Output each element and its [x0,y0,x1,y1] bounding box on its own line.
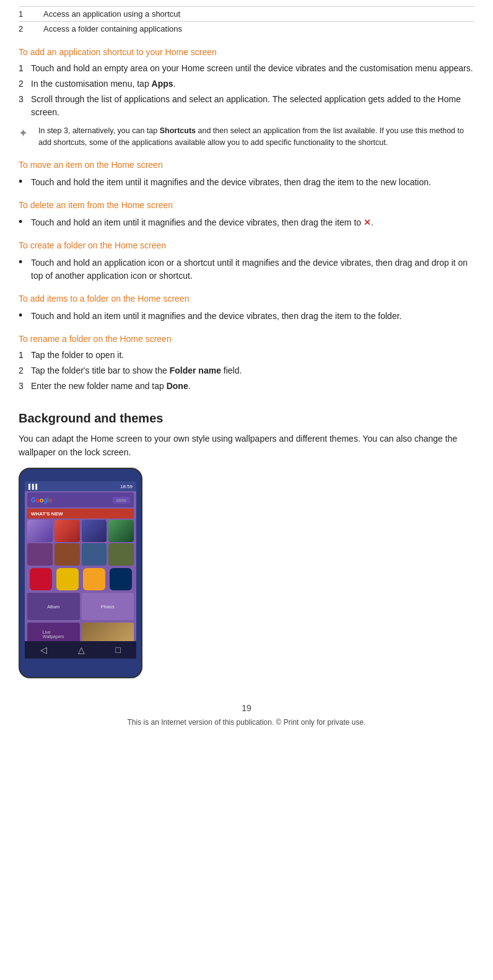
whats-new-text: WHAT'S NEW [31,511,63,517]
phone-status-bar: ▌▌▌ 18:59 [25,481,136,491]
bottom-app-3 [83,568,105,590]
album-row: Album Photos [27,593,134,620]
app-icon-1 [27,520,53,542]
rename-step-2-text: Tap the folder's title bar to show the F… [31,364,242,377]
add-shortcut-step-1: 1 Touch and hold an empty area on your H… [19,62,474,75]
move-item-heading: To move an item on the Home screen [19,160,474,170]
rename-step-1-text: Tap the folder to open it. [31,349,124,362]
rename-step-2: 2 Tap the folder's title bar to show the… [19,364,474,377]
step-3-text: Scroll through the list of applications … [31,93,474,119]
delete-item-bullet-dot: • [19,216,31,227]
phone-google-bar: Google slide [27,492,134,507]
create-folder-bullet-dot: • [19,256,31,268]
move-item-bullet-text: Touch and hold the item until it magnifi… [31,176,431,189]
step-2-num: 2 [19,79,31,89]
whats-new-bar: WHAT'S NEW [27,509,134,518]
move-item-bullet-dot: • [19,176,31,187]
page-number: 19 [19,703,474,713]
app-icon-4 [108,520,134,542]
create-folder-heading: To create a folder on the Home screen [19,240,474,250]
table-row-1-num: 1 [19,9,43,19]
status-signal: ▌▌▌ [28,484,39,489]
phone-nav-bar: ◁ △ □ [25,641,136,658]
google-logo: Google [31,497,52,504]
move-item-bullet: • Touch and hold the item until it magni… [19,175,474,189]
add-items-bullet-text: Touch and hold an item until it magnifie… [31,310,401,323]
bg-themes-intro: You can adapt the Home screen to your ow… [19,432,474,460]
create-folder-bullet: • Touch and hold an application icon or … [19,255,474,282]
app-icon-6 [55,543,80,566]
step-2-text: In the customisation menu, tap Apps. [31,77,175,90]
album-cell-1: Album [27,593,80,620]
bottom-app-4 [110,568,132,590]
page-footer: 19 This is an Internet version of this p… [19,703,474,733]
table-row-2: 2 Access a folder containing application… [19,21,474,36]
app-grid-row1 [27,520,134,542]
tip-text: In step 3, alternatively, you can tap Sh… [38,125,474,149]
table-row-1: 1 Access an application using a shortcut [19,6,474,21]
rename-folder-heading: To rename a folder on the Home screen [19,334,474,344]
bottom-app-2 [56,568,79,590]
rename-step-3-text: Enter the new folder name and tap Done. [31,380,191,393]
create-folder-bullet-text: Touch and hold an application icon or a … [31,256,474,282]
add-shortcut-step-2: 2 In the customisation menu, tap Apps. [19,77,474,90]
nav-home: △ [78,645,85,655]
app-grid-row2 [27,543,134,566]
rename-step-3: 3 Enter the new folder name and tap Done… [19,380,474,393]
step-1-text: Touch and hold an empty area on your Hom… [31,62,473,75]
delete-item-heading: To delete an item from the Home screen [19,200,474,210]
app-icon-2 [55,520,80,542]
nav-recent: □ [116,645,121,655]
rename-step-1-num: 1 [19,350,31,360]
table-row-1-text: Access an application using a shortcut [43,9,180,19]
app-icon-7 [82,543,107,566]
side-label: slide [113,497,130,504]
bottom-apps [27,568,134,590]
step-3-num: 3 [19,94,31,104]
add-shortcut-step-3: 3 Scroll through the list of application… [19,93,474,119]
add-shortcut-heading: To add an application shortcut to your H… [19,47,474,57]
tip-icon: ✦ [19,126,33,141]
status-time: 18:59 [120,484,133,489]
footnote: This is an Internet version of this publ… [19,718,474,727]
phone-screen: ▌▌▌ 18:59 Google slide WHAT'S NEW [25,481,136,658]
delete-item-bullet-text: Touch and hold an item until it magnifie… [31,216,373,229]
table-row-2-text: Access a folder containing applications [43,24,182,33]
rename-step-1: 1 Tap the folder to open it. [19,349,474,362]
step-1-num: 1 [19,63,31,73]
table-row-2-num: 2 [19,24,43,33]
page: 1 Access an application using a shortcut… [0,0,493,980]
phone-screenshot: ▌▌▌ 18:59 Google slide WHAT'S NEW [19,468,142,678]
delete-item-bullet: • Touch and hold an item until it magnif… [19,215,474,229]
bottom-app-1 [30,568,52,590]
rename-folder-steps: 1 Tap the folder to open it. 2 Tap the f… [19,349,474,393]
app-icon-8 [108,543,134,566]
add-items-bullet: • Touch and hold an item until it magnif… [19,308,474,323]
add-items-bullet-dot: • [19,310,31,321]
add-items-heading: To add items to a folder on the Home scr… [19,294,474,304]
rename-step-3-num: 3 [19,381,31,391]
album-cell-2: Photos [82,593,134,620]
app-icon-3 [82,520,107,542]
add-shortcut-steps: 1 Touch and hold an empty area on your H… [19,62,474,119]
bg-themes-heading: Background and themes [19,411,474,426]
rename-step-2-num: 2 [19,365,31,375]
app-icon-5 [27,543,53,566]
tip-box: ✦ In step 3, alternatively, you can tap … [19,125,474,149]
nav-back: ◁ [40,645,47,655]
